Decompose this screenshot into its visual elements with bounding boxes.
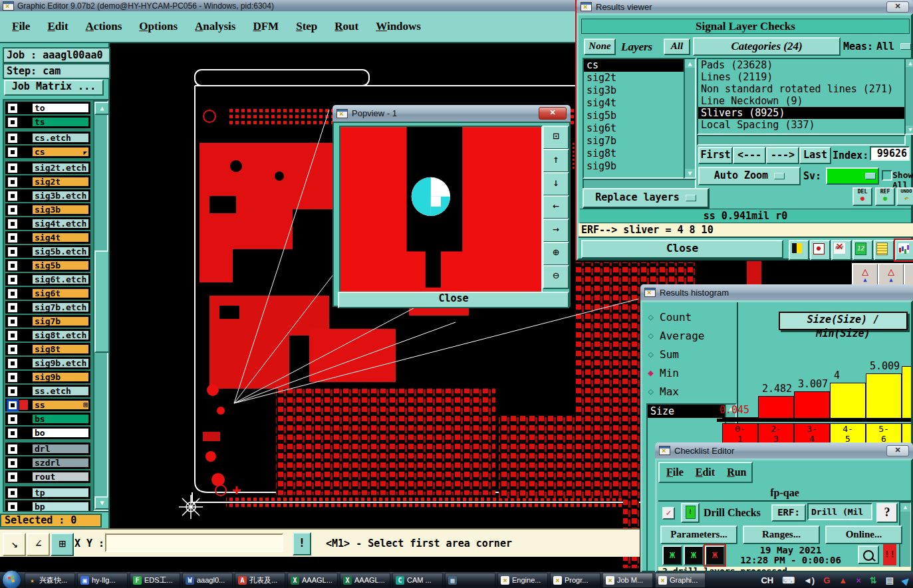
checklist-alert-button[interactable]: !! [883,544,896,565]
layer-visibility-checkbox[interactable] [8,104,17,113]
layer-name[interactable]: cs.etch [32,133,89,143]
rv-layer-scrollbar[interactable]: ▲ ▼ [684,58,696,179]
invert-display-icon[interactable] [789,240,809,260]
layer-name[interactable]: drl [32,444,89,454]
layer-row-cs.etch[interactable]: cs.etch [5,132,90,144]
rv-layer-list[interactable]: cssig2tsig3bsig4tsig5bsig6tsig7bsig8tsig… [583,58,685,179]
layer-row-bo[interactable]: bo [5,427,90,439]
layer-name[interactable]: ss.etch [32,386,89,396]
erf-button[interactable]: ERF: [771,504,806,522]
triangle-tray-icon[interactable]: ▲ [839,575,847,585]
layer-name[interactable]: bo [32,428,89,438]
layer-visibility-checkbox[interactable] [8,472,17,482]
layer-row-tp[interactable]: tp [5,486,90,499]
menu-analysis[interactable]: Analysis [195,20,235,33]
layer-visibility-checkbox[interactable] [8,458,17,468]
close-icon[interactable]: ✕ [886,1,909,13]
scroll-down-icon[interactable]: ▼ [94,496,110,510]
rv-show-all-checkbox[interactable] [882,170,892,181]
layer-name[interactable]: rout [32,472,89,482]
zoom-to-result-button[interactable] [858,545,879,564]
layer-name[interactable]: sig8t [32,344,89,354]
rv-category-hscroll[interactable] [697,135,906,146]
rv-undo-button[interactable]: UNDO↶ [896,187,913,206]
rv-all-button[interactable]: All [664,39,690,55]
active-symbol-icon[interactable] [810,240,831,260]
results-viewer-titlebar[interactable]: Results viewer ✕ [577,0,913,13]
taskbar-item[interactable]: ×Job M... [602,573,653,587]
layer-row-sig5b.etch[interactable]: sig5b.etch [5,245,90,258]
checklist-button-ranges[interactable]: Ranges... [743,526,820,544]
rv-category-item[interactable]: Slivers (8925) [698,107,904,119]
layer-row-sig7b.etch[interactable]: sig7b.etch [5,301,90,314]
pan-right-icon[interactable]: → [543,219,569,243]
layer-name[interactable]: sig2t.etch [32,163,89,173]
layer-name[interactable]: ss⊞ [32,400,89,410]
layer-row-sig8t.etch[interactable]: sig8t.etch [5,329,90,342]
rv-category-list[interactable]: Pads (23628)Lines (2119)Non standard rot… [697,58,906,135]
snap-angle-icon[interactable]: ∠ [27,533,50,556]
report-icon[interactable] [874,240,894,260]
layer-row-sig4t[interactable]: sig4t [5,231,90,244]
popview-titlebar[interactable]: Popview - 1 ✕ [332,105,571,122]
alert-button[interactable]: ! [293,532,311,555]
rv-replace-layers-dropdown[interactable]: Replace layers [583,188,710,209]
menu-dfm[interactable]: DFM [253,20,279,33]
layer-visibility-checkbox[interactable] [8,233,17,243]
clipboard-tray-icon[interactable]: ▤ [886,575,894,585]
layer-visibility-checkbox[interactable] [8,134,17,143]
run-selected-icon[interactable]: ж [684,545,704,565]
erf-name-input[interactable]: Drill (Mil [807,503,872,520]
layer-row-sig3b.etch[interactable]: sig3b.etch [5,189,90,202]
layer-visibility-checkbox[interactable] [8,317,17,326]
start-button[interactable] [2,570,21,588]
rv-category-item[interactable]: Local Spacing (337) [698,119,904,131]
layer-visibility-checkbox[interactable] [8,303,17,312]
rv-del-button[interactable]: DEL● [852,187,872,206]
layer-name[interactable]: sig6t.etch [32,274,89,284]
xy-input[interactable] [105,534,283,552]
layer-row-sig6t.etch[interactable]: sig6t.etch [5,273,90,286]
layer-name[interactable]: sig5b [32,260,89,270]
layer-row-ss[interactable]: ss⊞ [5,399,90,411]
menu-step[interactable]: Step [296,20,317,33]
page-12-icon[interactable]: 12 [852,240,873,260]
rv-last-button[interactable]: Last [799,147,831,164]
layer-name[interactable]: sig7b [32,316,89,326]
layer-list-scrollbar[interactable]: ▲ ▼ [93,100,108,511]
pointer-tray-icon[interactable]: ▶ [900,574,912,586]
menu-file[interactable]: File [12,20,30,33]
layer-row-ss.etch[interactable]: ss.etch [5,385,90,397]
checklist-button-online[interactable]: Online... [825,526,902,544]
drill-checks-checkbox[interactable]: ✓ [662,507,675,520]
x-tray-icon[interactable]: × [856,575,861,585]
layer-name[interactable]: sig3b [32,205,89,215]
layer-row-sig6t[interactable]: sig6t [5,287,90,300]
job-matrix-button[interactable]: Job Matrix ... [4,80,104,96]
zoom-out-icon[interactable]: ⊖ [543,265,569,289]
rv-category-item[interactable]: Lines (2119) [698,71,904,83]
pan-left-icon[interactable]: ← [543,195,569,219]
layer-visibility-checkbox[interactable] [8,177,17,187]
checklist-menu-file[interactable]: File [666,466,684,478]
taskbar-item[interactable]: Waaagl0... [182,573,233,587]
taskbar-item[interactable]: FEDS工... [130,573,180,587]
zoom-in-icon[interactable]: ⊕ [543,242,569,266]
layer-name[interactable]: sig7b.etch [32,302,89,312]
g-tray-icon[interactable]: G [823,575,830,585]
popview-close-button[interactable]: Close [338,292,569,308]
menu-windows[interactable]: Windows [376,20,421,33]
scroll-thumb[interactable] [94,250,110,353]
popout-window-icon[interactable]: ⊡ [543,126,569,149]
rv-layer-item[interactable]: sig5b [584,110,684,122]
layer-row-cs[interactable]: cs◤ [5,146,90,158]
taskbar-item[interactable]: XAAAGL... [340,573,390,587]
layer-row-sig5b[interactable]: sig5b [5,259,90,272]
layer-row-sig9b.etch[interactable]: sig9b.etch [5,357,90,369]
rv-category-item[interactable]: Non standard rotated lines (271) [698,83,904,95]
layer-visibility-checkbox[interactable] [8,488,17,498]
layer-row-sig2t[interactable]: sig2t [5,175,90,188]
layer-visibility-checkbox[interactable] [8,429,17,438]
histogram-titlebar[interactable]: Results histogram [640,284,913,300]
taskbar-item[interactable]: ×Progr... [550,573,600,587]
